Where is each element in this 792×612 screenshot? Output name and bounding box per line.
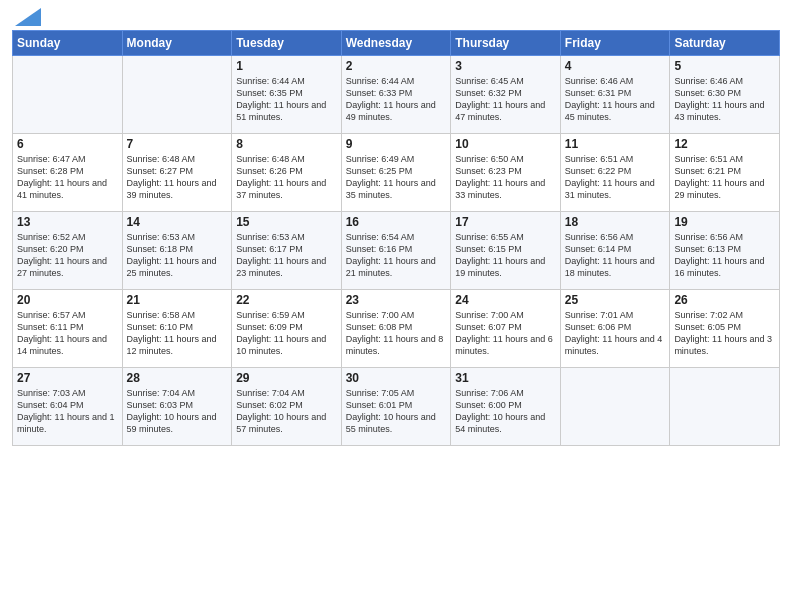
day-number: 22 bbox=[236, 293, 337, 307]
day-number: 30 bbox=[346, 371, 447, 385]
calendar-cell: 28Sunrise: 7:04 AM Sunset: 6:03 PM Dayli… bbox=[122, 368, 232, 446]
day-number: 25 bbox=[565, 293, 666, 307]
day-info: Sunrise: 6:45 AM Sunset: 6:32 PM Dayligh… bbox=[455, 75, 556, 124]
day-number: 5 bbox=[674, 59, 775, 73]
day-info: Sunrise: 6:49 AM Sunset: 6:25 PM Dayligh… bbox=[346, 153, 447, 202]
header-monday: Monday bbox=[122, 31, 232, 56]
day-number: 21 bbox=[127, 293, 228, 307]
day-info: Sunrise: 6:56 AM Sunset: 6:13 PM Dayligh… bbox=[674, 231, 775, 280]
day-number: 26 bbox=[674, 293, 775, 307]
logo-icon bbox=[15, 8, 41, 26]
calendar-cell: 9Sunrise: 6:49 AM Sunset: 6:25 PM Daylig… bbox=[341, 134, 451, 212]
day-number: 7 bbox=[127, 137, 228, 151]
calendar-cell: 7Sunrise: 6:48 AM Sunset: 6:27 PM Daylig… bbox=[122, 134, 232, 212]
calendar-header: Sunday Monday Tuesday Wednesday Thursday… bbox=[13, 31, 780, 56]
day-info: Sunrise: 6:48 AM Sunset: 6:26 PM Dayligh… bbox=[236, 153, 337, 202]
day-info: Sunrise: 6:51 AM Sunset: 6:22 PM Dayligh… bbox=[565, 153, 666, 202]
day-number: 23 bbox=[346, 293, 447, 307]
day-number: 28 bbox=[127, 371, 228, 385]
calendar-cell: 2Sunrise: 6:44 AM Sunset: 6:33 PM Daylig… bbox=[341, 56, 451, 134]
day-number: 31 bbox=[455, 371, 556, 385]
header-friday: Friday bbox=[560, 31, 670, 56]
day-info: Sunrise: 7:06 AM Sunset: 6:00 PM Dayligh… bbox=[455, 387, 556, 436]
logo bbox=[12, 10, 41, 24]
calendar-cell: 19Sunrise: 6:56 AM Sunset: 6:13 PM Dayli… bbox=[670, 212, 780, 290]
calendar-cell bbox=[122, 56, 232, 134]
day-info: Sunrise: 7:00 AM Sunset: 6:08 PM Dayligh… bbox=[346, 309, 447, 358]
day-number: 13 bbox=[17, 215, 118, 229]
day-number: 4 bbox=[565, 59, 666, 73]
calendar-cell: 30Sunrise: 7:05 AM Sunset: 6:01 PM Dayli… bbox=[341, 368, 451, 446]
day-info: Sunrise: 6:58 AM Sunset: 6:10 PM Dayligh… bbox=[127, 309, 228, 358]
day-number: 29 bbox=[236, 371, 337, 385]
day-number: 12 bbox=[674, 137, 775, 151]
day-info: Sunrise: 6:44 AM Sunset: 6:33 PM Dayligh… bbox=[346, 75, 447, 124]
calendar-cell: 20Sunrise: 6:57 AM Sunset: 6:11 PM Dayli… bbox=[13, 290, 123, 368]
day-number: 14 bbox=[127, 215, 228, 229]
calendar-cell: 14Sunrise: 6:53 AM Sunset: 6:18 PM Dayli… bbox=[122, 212, 232, 290]
day-info: Sunrise: 6:46 AM Sunset: 6:31 PM Dayligh… bbox=[565, 75, 666, 124]
calendar-cell: 29Sunrise: 7:04 AM Sunset: 6:02 PM Dayli… bbox=[232, 368, 342, 446]
calendar-cell: 17Sunrise: 6:55 AM Sunset: 6:15 PM Dayli… bbox=[451, 212, 561, 290]
calendar-cell: 31Sunrise: 7:06 AM Sunset: 6:00 PM Dayli… bbox=[451, 368, 561, 446]
calendar-cell: 16Sunrise: 6:54 AM Sunset: 6:16 PM Dayli… bbox=[341, 212, 451, 290]
calendar-cell: 8Sunrise: 6:48 AM Sunset: 6:26 PM Daylig… bbox=[232, 134, 342, 212]
page-container: Sunday Monday Tuesday Wednesday Thursday… bbox=[0, 0, 792, 454]
day-number: 6 bbox=[17, 137, 118, 151]
day-number: 24 bbox=[455, 293, 556, 307]
day-number: 16 bbox=[346, 215, 447, 229]
day-info: Sunrise: 7:05 AM Sunset: 6:01 PM Dayligh… bbox=[346, 387, 447, 436]
day-number: 2 bbox=[346, 59, 447, 73]
calendar-cell: 5Sunrise: 6:46 AM Sunset: 6:30 PM Daylig… bbox=[670, 56, 780, 134]
calendar-cell: 27Sunrise: 7:03 AM Sunset: 6:04 PM Dayli… bbox=[13, 368, 123, 446]
day-info: Sunrise: 7:03 AM Sunset: 6:04 PM Dayligh… bbox=[17, 387, 118, 436]
day-info: Sunrise: 6:46 AM Sunset: 6:30 PM Dayligh… bbox=[674, 75, 775, 124]
calendar-body: 1Sunrise: 6:44 AM Sunset: 6:35 PM Daylig… bbox=[13, 56, 780, 446]
day-info: Sunrise: 7:01 AM Sunset: 6:06 PM Dayligh… bbox=[565, 309, 666, 358]
day-number: 9 bbox=[346, 137, 447, 151]
day-number: 3 bbox=[455, 59, 556, 73]
day-info: Sunrise: 6:47 AM Sunset: 6:28 PM Dayligh… bbox=[17, 153, 118, 202]
calendar-cell: 22Sunrise: 6:59 AM Sunset: 6:09 PM Dayli… bbox=[232, 290, 342, 368]
header-saturday: Saturday bbox=[670, 31, 780, 56]
day-number: 19 bbox=[674, 215, 775, 229]
calendar-cell: 26Sunrise: 7:02 AM Sunset: 6:05 PM Dayli… bbox=[670, 290, 780, 368]
day-info: Sunrise: 6:44 AM Sunset: 6:35 PM Dayligh… bbox=[236, 75, 337, 124]
calendar-cell bbox=[13, 56, 123, 134]
day-info: Sunrise: 6:53 AM Sunset: 6:18 PM Dayligh… bbox=[127, 231, 228, 280]
day-number: 27 bbox=[17, 371, 118, 385]
calendar-cell: 1Sunrise: 6:44 AM Sunset: 6:35 PM Daylig… bbox=[232, 56, 342, 134]
day-info: Sunrise: 6:53 AM Sunset: 6:17 PM Dayligh… bbox=[236, 231, 337, 280]
calendar-cell: 24Sunrise: 7:00 AM Sunset: 6:07 PM Dayli… bbox=[451, 290, 561, 368]
calendar-cell: 3Sunrise: 6:45 AM Sunset: 6:32 PM Daylig… bbox=[451, 56, 561, 134]
calendar-cell: 12Sunrise: 6:51 AM Sunset: 6:21 PM Dayli… bbox=[670, 134, 780, 212]
day-info: Sunrise: 6:59 AM Sunset: 6:09 PM Dayligh… bbox=[236, 309, 337, 358]
calendar-cell bbox=[670, 368, 780, 446]
day-info: Sunrise: 7:00 AM Sunset: 6:07 PM Dayligh… bbox=[455, 309, 556, 358]
header-sunday: Sunday bbox=[13, 31, 123, 56]
header bbox=[12, 10, 780, 24]
day-info: Sunrise: 6:51 AM Sunset: 6:21 PM Dayligh… bbox=[674, 153, 775, 202]
day-info: Sunrise: 7:04 AM Sunset: 6:03 PM Dayligh… bbox=[127, 387, 228, 436]
day-info: Sunrise: 7:04 AM Sunset: 6:02 PM Dayligh… bbox=[236, 387, 337, 436]
calendar-cell: 11Sunrise: 6:51 AM Sunset: 6:22 PM Dayli… bbox=[560, 134, 670, 212]
calendar-cell bbox=[560, 368, 670, 446]
calendar-cell: 13Sunrise: 6:52 AM Sunset: 6:20 PM Dayli… bbox=[13, 212, 123, 290]
calendar-cell: 23Sunrise: 7:00 AM Sunset: 6:08 PM Dayli… bbox=[341, 290, 451, 368]
calendar-table: Sunday Monday Tuesday Wednesday Thursday… bbox=[12, 30, 780, 446]
day-info: Sunrise: 6:55 AM Sunset: 6:15 PM Dayligh… bbox=[455, 231, 556, 280]
day-info: Sunrise: 6:52 AM Sunset: 6:20 PM Dayligh… bbox=[17, 231, 118, 280]
day-number: 1 bbox=[236, 59, 337, 73]
day-info: Sunrise: 7:02 AM Sunset: 6:05 PM Dayligh… bbox=[674, 309, 775, 358]
calendar-week-5: 27Sunrise: 7:03 AM Sunset: 6:04 PM Dayli… bbox=[13, 368, 780, 446]
day-number: 15 bbox=[236, 215, 337, 229]
day-number: 11 bbox=[565, 137, 666, 151]
day-info: Sunrise: 6:56 AM Sunset: 6:14 PM Dayligh… bbox=[565, 231, 666, 280]
day-info: Sunrise: 6:48 AM Sunset: 6:27 PM Dayligh… bbox=[127, 153, 228, 202]
day-number: 17 bbox=[455, 215, 556, 229]
calendar-cell: 18Sunrise: 6:56 AM Sunset: 6:14 PM Dayli… bbox=[560, 212, 670, 290]
calendar-week-2: 6Sunrise: 6:47 AM Sunset: 6:28 PM Daylig… bbox=[13, 134, 780, 212]
header-tuesday: Tuesday bbox=[232, 31, 342, 56]
day-number: 8 bbox=[236, 137, 337, 151]
svg-marker-0 bbox=[15, 8, 41, 26]
